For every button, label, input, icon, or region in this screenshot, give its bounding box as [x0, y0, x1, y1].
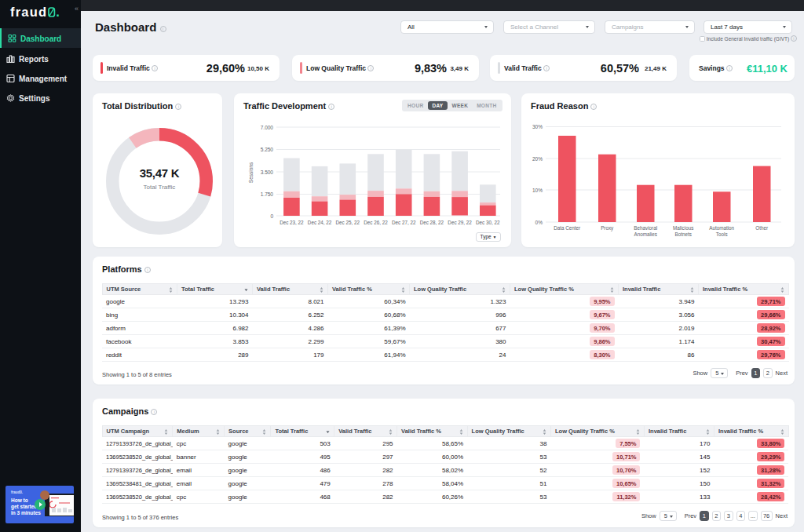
svg-text:Anomalies: Anomalies [634, 231, 656, 237]
svg-text:7.000: 7.000 [261, 125, 274, 130]
svg-text:Dec 27, 22: Dec 27, 22 [392, 220, 416, 225]
svg-text:Dec 25, 22: Dec 25, 22 [336, 220, 360, 225]
svg-text:Malicious: Malicious [673, 225, 693, 231]
svg-text:Data Center: Data Center [554, 225, 580, 231]
svg-text:Automation: Automation [709, 225, 734, 231]
svg-text:Dec 30, 22: Dec 30, 22 [476, 220, 500, 225]
svg-text:35,47 K: 35,47 K [140, 166, 180, 180]
svg-text:Dec 24, 22: Dec 24, 22 [308, 220, 332, 225]
svg-text:30%: 30% [532, 124, 543, 129]
svg-text:0%: 0% [535, 220, 543, 225]
svg-text:Tools: Tools [716, 231, 728, 237]
svg-text:5.250: 5.250 [261, 147, 274, 152]
svg-text:Proxy: Proxy [601, 225, 614, 231]
svg-text:0: 0 [270, 213, 273, 219]
svg-text:Dec 29, 22: Dec 29, 22 [448, 220, 472, 225]
svg-text:Dec 28, 22: Dec 28, 22 [420, 220, 444, 225]
svg-text:Total Traffic: Total Traffic [144, 184, 176, 191]
svg-text:3.500: 3.500 [261, 169, 274, 175]
svg-text:Other: Other [755, 225, 768, 231]
svg-text:Behavioral: Behavioral [634, 225, 657, 231]
svg-text:20%: 20% [532, 156, 543, 162]
svg-text:Botnets: Botnets [675, 231, 692, 237]
svg-text:10%: 10% [532, 188, 543, 193]
svg-text:Sessions: Sessions [248, 162, 254, 183]
svg-text:Dec 23, 22: Dec 23, 22 [280, 220, 304, 225]
svg-text:Dec 26, 22: Dec 26, 22 [364, 220, 388, 225]
svg-text:1.750: 1.750 [261, 191, 274, 197]
